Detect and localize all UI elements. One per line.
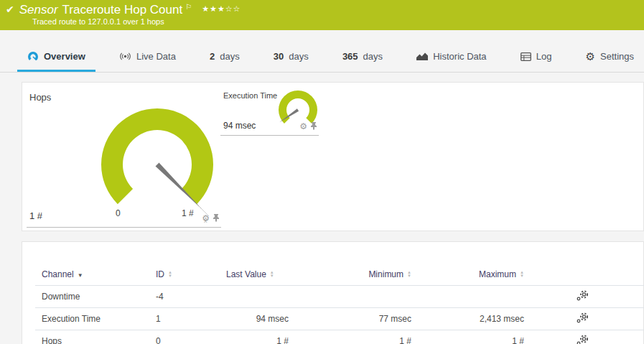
column-label: Minimum — [368, 269, 403, 279]
tab-label: Live Data — [136, 51, 176, 62]
channel-maximum: 1 # — [411, 330, 524, 344]
channel-last-value: 94 msec — [226, 308, 289, 330]
channel-name: Hops — [35, 330, 156, 344]
column-label: Channel — [42, 269, 74, 279]
pin-icon[interactable] — [310, 120, 317, 133]
gauge-icon — [27, 51, 39, 62]
tab-label: days — [289, 51, 308, 62]
channel-last-value: 1 # — [226, 330, 289, 344]
channels-table-panel: Channel▼ ID▲▼ Last Value▲▼ Minimum▲▼ Max… — [22, 241, 644, 344]
table-row-hops[interactable]: Hops 0 1 # 1 # 1 # — [35, 330, 644, 344]
sort-desc-icon: ▼ — [78, 272, 83, 279]
column-header-id[interactable]: ID▲▼ — [156, 269, 226, 286]
channel-minimum — [289, 286, 411, 308]
channel-minimum: 1 # — [289, 330, 411, 344]
channel-settings-gear-icon[interactable]: ⚙ — [202, 214, 210, 223]
tab-2-days[interactable]: 2 days — [200, 43, 250, 72]
tab-label: Historic Data — [433, 51, 486, 62]
tab-365-days[interactable]: 365 days — [332, 43, 393, 72]
channel-maximum — [411, 286, 524, 308]
channel-id: 1 — [156, 308, 226, 330]
overview-gauges-panel: Hops x 1 # 0 1 # ⚙ Execution Time 94 mse… — [22, 82, 644, 231]
stars-filled[interactable]: ★★★ — [202, 4, 225, 13]
tab-overview[interactable]: Overview — [17, 43, 95, 72]
tab-label: Overview — [44, 51, 85, 62]
column-header-actions — [524, 269, 644, 286]
channel-settings-gear-icon[interactable] — [577, 312, 589, 325]
column-label: ID — [156, 269, 164, 279]
column-header-maximum[interactable]: Maximum▲▼ — [411, 269, 524, 286]
priority-stars[interactable]: ★★★☆☆ — [202, 4, 241, 14]
column-header-channel[interactable]: Channel▼ — [35, 269, 156, 286]
live-broadcast-icon — [119, 52, 131, 61]
sort-icon: ▲▼ — [270, 271, 274, 278]
sensor-header: ✔ Sensor Traceroute Hop Count ⚐ ★★★☆☆ Tr… — [0, 0, 644, 30]
column-header-last-value[interactable]: Last Value▲▼ — [226, 269, 289, 286]
execution-time-current-value: 94 msec — [223, 121, 256, 131]
tab-label: days — [363, 51, 383, 62]
channel-name: Downtime — [35, 286, 156, 308]
flag-icon[interactable]: ⚐ — [185, 3, 192, 11]
tab-number: 2 — [210, 51, 215, 62]
sort-icon: ▲▼ — [520, 271, 524, 278]
tab-label: days — [220, 51, 239, 62]
channel-maximum: 2,413 msec — [411, 308, 524, 330]
tab-log[interactable]: Log — [510, 43, 562, 72]
table-row-execution-time[interactable]: Execution Time 1 94 msec 77 msec 2,413 m… — [35, 308, 644, 330]
channel-minimum: 77 msec — [289, 308, 411, 330]
column-label: Last Value — [226, 269, 266, 279]
tab-settings[interactable]: ⚙ Settings — [576, 43, 644, 72]
table-row-downtime[interactable]: Downtime -4 — [35, 286, 644, 308]
channel-id: -4 — [156, 286, 226, 308]
status-ok-check-icon: ✔ — [6, 4, 14, 15]
sensor-title: Traceroute Hop Count — [62, 3, 183, 17]
execution-time-gauge-widget: Execution Time 94 msec ⚙ — [220, 88, 319, 136]
pin-icon[interactable] — [213, 212, 220, 225]
tab-label: Settings — [600, 51, 634, 62]
tab-30-days[interactable]: 30 days — [263, 43, 319, 72]
column-label: Maximum — [479, 269, 516, 279]
hops-current-value: 1 # — [29, 210, 42, 221]
tab-number: 30 — [274, 51, 284, 62]
table-header-row: Channel▼ ID▲▼ Last Value▲▼ Minimum▲▼ Max… — [35, 269, 644, 286]
log-list-icon — [521, 52, 531, 61]
channel-settings-gear-icon[interactable]: ⚙ — [299, 122, 307, 131]
sensor-subtitle: Traced route to 127.0.0.1 over 1 hops — [0, 17, 644, 26]
channel-settings-gear-icon[interactable] — [577, 290, 589, 303]
channel-name: Execution Time — [35, 308, 156, 330]
channels-table: Channel▼ ID▲▼ Last Value▲▼ Minimum▲▼ Max… — [35, 269, 644, 344]
sensor-kind-label: Sensor — [19, 3, 58, 17]
sort-icon: ▲▼ — [407, 271, 411, 278]
gear-icon: ⚙ — [586, 51, 595, 62]
channel-settings-gear-icon[interactable] — [577, 335, 589, 344]
area-chart-icon — [416, 52, 428, 61]
sort-icon: ▲▼ — [168, 271, 172, 278]
channel-last-value — [226, 286, 289, 308]
tab-number: 365 — [342, 51, 358, 62]
hops-gauge-label: Hops — [29, 92, 51, 103]
tab-label: Log — [536, 51, 552, 62]
hops-gauge-widget: Hops x 1 # 0 1 # ⚙ — [27, 87, 221, 228]
stars-empty[interactable]: ☆☆ — [225, 4, 241, 13]
tab-historic-data[interactable]: Historic Data — [406, 43, 496, 72]
column-header-minimum[interactable]: Minimum▲▼ — [289, 269, 411, 286]
channel-id: 0 — [156, 330, 226, 344]
execution-time-gauge-label: Execution Time — [223, 91, 277, 100]
tab-bar: Overview Live Data 2 days 30 days 365 da… — [0, 43, 644, 73]
hops-scale-min: 0 — [116, 208, 121, 218]
hops-scale-max: 1 # — [182, 208, 194, 218]
tab-live-data[interactable]: Live Data — [109, 43, 186, 72]
